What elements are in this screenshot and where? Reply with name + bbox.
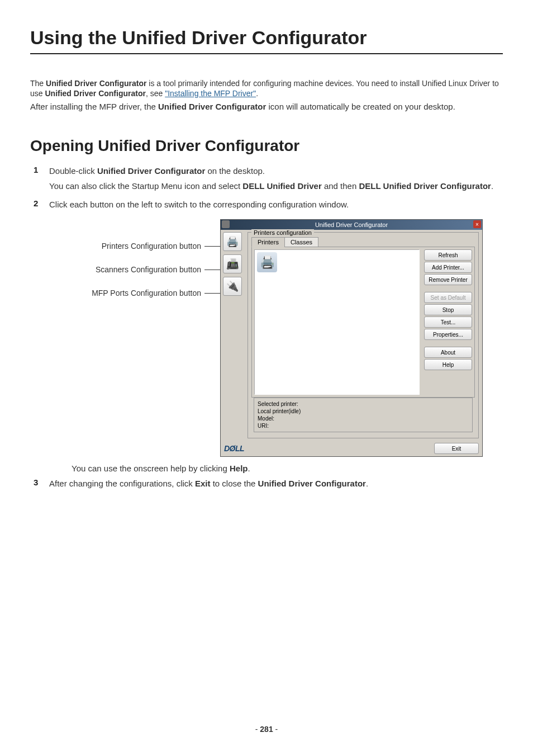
dell-logo: DØLL (224, 444, 244, 453)
step-1-text-2: on the desktop. (205, 166, 265, 176)
tab-panel: 🖨️ Refresh Add Printer... Remove Printer… (251, 247, 475, 398)
printers-config-button[interactable]: 🖨️ (223, 232, 242, 251)
selected-printer-info: Selected printer: Local printer(idle) Mo… (254, 398, 473, 432)
fieldset-title: Printers configuration (251, 229, 314, 236)
intro-paragraph: The Unified Driver Configurator is a too… (30, 79, 503, 112)
step-3-text-1: After changing the configurations, click (49, 479, 195, 488)
test-button[interactable]: Test... (424, 316, 472, 328)
printer-list-icon[interactable]: 🖨️ (257, 252, 277, 272)
install-mfp-link[interactable]: "Installing the MFP Driver" (165, 89, 256, 98)
mfp-ports-config-button[interactable]: 🔌 (223, 277, 242, 296)
sidebar-icons: 🖨️ 📠 🔌 (221, 230, 244, 441)
step-3-bold-1: Exit (195, 479, 211, 488)
section-title: Opening Unified Driver Configurator (30, 137, 503, 155)
printers-fieldset: Printers configuration Printers Classes … (248, 232, 479, 438)
add-printer-button[interactable]: Add Printer... (424, 262, 472, 273)
intro-text-4: . (256, 89, 258, 98)
close-icon[interactable]: × (473, 220, 481, 228)
step-1-bold-2: DELL Unified Driver (242, 181, 321, 191)
intro-bold-2: Unified Driver Configurator (45, 89, 145, 98)
tabs: Printers Classes (251, 237, 475, 247)
scanner-icon: 📠 (226, 258, 239, 270)
step-1-bold-3: DELL Unified Driver Configurator (359, 181, 491, 191)
intro-text-6: icon will automatically be created on yo… (266, 102, 455, 111)
step-1-number: 1 (30, 165, 49, 195)
dialog-titlebar: Unified Driver Configurator × (221, 220, 482, 230)
label-scanners-button: Scanners Configuration button (96, 265, 201, 274)
step-1-text-3: You can also click the Startup Menu icon… (49, 181, 242, 191)
figure-labels: Printers Configuration button Scanners C… (53, 219, 220, 457)
page-number: - 281 - (0, 725, 533, 734)
about-button[interactable]: About (424, 347, 472, 358)
step-2-bold-help: Help (230, 464, 248, 473)
step-2: 2 Click each button on the left to switc… (30, 199, 503, 214)
step-1: 1 Double-click Unified Driver Configurat… (30, 165, 503, 195)
side-buttons: Refresh Add Printer... Remove Printer Se… (422, 247, 474, 397)
step-2-text-2c: . (248, 464, 250, 473)
refresh-button[interactable]: Refresh (424, 249, 472, 261)
dialog-title: Unified Driver Configurator (315, 221, 388, 228)
exit-button[interactable]: Exit (434, 443, 479, 454)
step-1-text-4: and then (322, 181, 359, 191)
step-2-text-2a: You can use the onscreen help by clickin… (72, 464, 230, 473)
step-2-number: 2 (30, 199, 49, 214)
step-2-continued: You can use the onscreen help by clickin… (30, 462, 503, 474)
steps-list: 1 Double-click Unified Driver Configurat… (30, 165, 503, 214)
step-1-text-1: Double-click (49, 166, 97, 176)
printer-icon: 🖨️ (226, 235, 239, 248)
label-ports-button: MFP Ports Configuration button (92, 289, 201, 297)
label-printers-button: Printers Configuration button (102, 242, 201, 251)
step-3-bold-2: Unified Driver Configurator (258, 479, 366, 488)
tab-classes[interactable]: Classes (284, 237, 318, 247)
selected-model: Model: (258, 415, 469, 422)
intro-text-3: , see (146, 89, 165, 98)
tab-printers[interactable]: Printers (251, 237, 285, 247)
page-dash-post: - (273, 725, 278, 734)
lead-line (204, 246, 220, 247)
configurator-dialog: Unified Driver Configurator × 🖨️ 📠 🔌 Pri… (220, 219, 483, 457)
properties-button[interactable]: Properties... (424, 329, 472, 340)
intro-bold-1: Unified Driver Configurator (46, 79, 146, 88)
figure: Printers Configuration button Scanners C… (30, 219, 503, 457)
scanners-config-button[interactable]: 📠 (223, 254, 242, 273)
titlebar-icon (222, 220, 230, 228)
step-3-text-2: to close the (211, 479, 258, 488)
set-default-button[interactable]: Set as Default (424, 292, 472, 303)
step-1-text-5: . (491, 181, 493, 191)
printer-list[interactable]: 🖨️ (254, 249, 420, 395)
selected-status: Local printer(idle) (258, 408, 469, 415)
step-3-text-3: . (366, 479, 368, 488)
step-2-text: Click each button on the left to switch … (49, 199, 503, 210)
selected-label: Selected printer: (258, 400, 469, 408)
lead-line (204, 270, 220, 270)
selected-uri: URI: (258, 422, 469, 429)
step-1-bold-1: Unified Driver Configurator (97, 166, 205, 176)
page-number-value: 281 (260, 725, 273, 734)
page-title: Using the Unified Driver Configurator (30, 27, 503, 54)
port-icon: 🔌 (226, 280, 239, 292)
step-3-number: 3 (30, 478, 49, 493)
dialog-bottom-bar: DØLL Exit (221, 441, 482, 456)
intro-bold-3: Unified Driver Configurator (158, 102, 266, 111)
steps-list-cont: 3 After changing the configurations, cli… (30, 478, 503, 493)
help-button[interactable]: Help (424, 359, 472, 370)
step-3: 3 After changing the configurations, cli… (30, 478, 503, 493)
intro-text-1: The (30, 79, 46, 88)
lead-line (204, 293, 220, 294)
remove-printer-button[interactable]: Remove Printer (424, 274, 472, 285)
stop-button[interactable]: Stop (424, 304, 472, 315)
intro-text-5: After installing the MFP driver, the (30, 102, 158, 111)
